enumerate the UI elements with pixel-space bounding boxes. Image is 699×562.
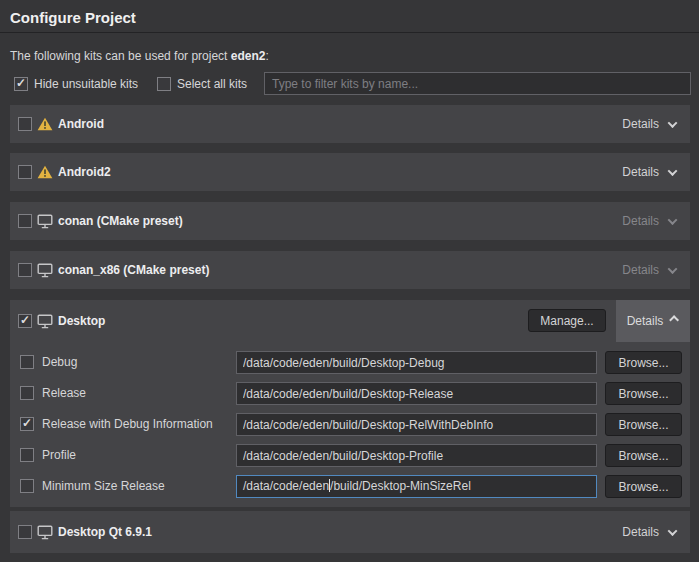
page-title: Configure Project [10,9,136,26]
details-label: Details [622,165,659,179]
kit-name: Android [58,117,104,131]
details-label: Details [622,117,659,131]
kit-conan-x86-checkbox[interactable] [18,263,32,277]
build-config-row-profile: Profile Browse... [18,444,682,467]
build-config-row-debug: Debug Browse... [18,351,682,374]
kit-desktop-qt-checkbox[interactable] [18,525,32,539]
minsizerel-browse-button[interactable]: Browse... [605,475,682,498]
details-label: Details [627,314,664,328]
chevron-up-icon [669,315,679,325]
build-config-label: Profile [42,448,76,462]
build-config-label: Minimum Size Release [42,479,165,493]
kit-name: Android2 [58,165,111,179]
kit-android2-details-button[interactable]: Details [620,161,678,183]
kit-conan-x86-details-button: Details [620,259,678,281]
chevron-down-icon [668,264,678,274]
kit-android2-checkbox[interactable] [18,165,32,179]
chevron-down-icon [668,215,678,225]
kit-row-conan: conan (CMake preset) Details [10,202,690,240]
release-checkbox[interactable] [20,386,34,400]
hide-unsuitable-label: Hide unsuitable kits [34,77,138,91]
desktop-monitor-icon [37,525,53,540]
details-label: Details [622,525,659,539]
select-all-kits-checkbox-group: Select all kits [157,77,247,91]
intro-prefix: The following kits can be used for proje… [10,49,231,63]
debug-checkbox[interactable] [20,355,34,369]
warning-icon [37,117,53,131]
build-config-label: Release with Debug Information [42,417,213,431]
chevron-down-icon [668,166,678,176]
desktop-monitor-icon [37,263,53,278]
kit-row-android: Android Details [10,105,690,143]
hide-unsuitable-kits-checkbox-group: Hide unsuitable kits [14,77,138,91]
intro-text: The following kits can be used for proje… [10,49,269,63]
build-config-label: Debug [42,355,77,369]
details-label: Details [622,263,659,277]
kit-row-conan-x86: conan_x86 (CMake preset) Details [10,251,690,289]
kit-name: Desktop Qt 6.9.1 [58,525,152,539]
debug-browse-button[interactable]: Browse... [605,351,682,374]
profile-browse-button[interactable]: Browse... [605,444,682,467]
kit-name: conan_x86 (CMake preset) [58,263,209,277]
kit-name: Desktop [58,314,105,328]
kit-desktop-details-button[interactable]: Details [616,300,690,342]
manage-kits-button[interactable]: Manage... [528,309,606,332]
build-config-row-release: Release Browse... [18,382,682,405]
release-browse-button[interactable]: Browse... [605,382,682,405]
kit-conan-checkbox[interactable] [18,214,32,228]
relwithdebinfo-checkbox[interactable] [20,417,34,431]
chevron-down-icon [668,118,678,128]
kit-desktop-checkbox[interactable] [18,314,32,328]
desktop-monitor-icon [37,314,53,329]
kit-filter-input[interactable] [264,72,691,95]
profile-path-input[interactable] [236,444,597,467]
minsizerel-checkbox[interactable] [20,479,34,493]
details-label: Details [622,214,659,228]
kit-panel-desktop: Desktop Manage... Details Debug Browse..… [10,300,690,507]
relwithdebinfo-browse-button[interactable]: Browse... [605,413,682,436]
kit-android-details-button[interactable]: Details [620,113,678,135]
select-all-checkbox[interactable] [157,77,171,91]
minsizerel-path-input[interactable]: /data/code/eden/build/Desktop-MinSizeRel [236,475,597,498]
title-separator [0,32,699,33]
build-config-label: Release [42,386,86,400]
project-name: eden2 [231,49,266,63]
kit-row-desktop-qt: Desktop Qt 6.9.1 Details [10,511,690,553]
release-path-input[interactable] [236,382,597,405]
desktop-monitor-icon [37,214,53,229]
debug-path-input[interactable] [236,351,597,374]
select-all-label: Select all kits [177,77,247,91]
build-config-row-relwithdebinfo: Release with Debug Information Browse... [18,413,682,436]
kit-android-checkbox[interactable] [18,117,32,131]
chevron-down-icon [668,526,678,536]
intro-suffix: : [265,49,268,63]
configure-project-page: Configure Project The following kits can… [0,0,699,562]
kit-conan-details-button: Details [620,210,678,232]
profile-checkbox[interactable] [20,448,34,462]
kit-name: conan (CMake preset) [58,214,183,228]
warning-icon [37,165,53,179]
relwithdebinfo-path-input[interactable] [236,413,597,436]
kit-row-android2: Android2 Details [10,153,690,191]
kit-desktop-qt-details-button[interactable]: Details [620,521,678,543]
path-text-after-caret: /build/Desktop-MinSizeRel [330,479,471,493]
build-config-row-minsizerel: Minimum Size Release /data/code/eden/bui… [18,475,682,498]
hide-unsuitable-checkbox[interactable] [14,77,28,91]
path-text-before-caret: /data/code/eden [243,479,329,493]
